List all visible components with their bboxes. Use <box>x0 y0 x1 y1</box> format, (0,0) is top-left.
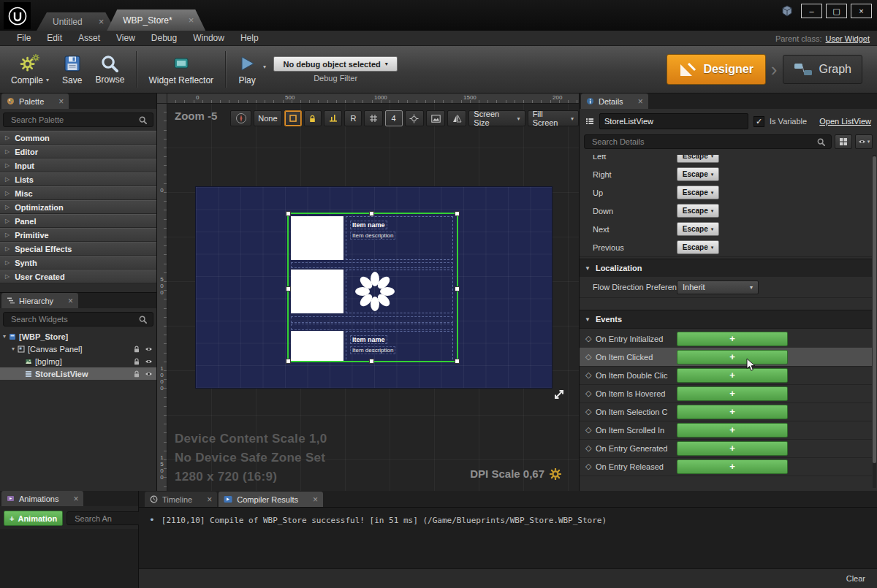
tab-wbp-store[interactable]: WBP_Store* × <box>107 9 205 31</box>
events-section-header[interactable]: ▼ Events <box>580 310 872 329</box>
menu-debug[interactable]: Debug <box>143 31 185 45</box>
palette-category[interactable]: ▷Optimization <box>0 200 156 214</box>
is-variable-checkbox[interactable] <box>753 116 764 127</box>
grid-snap-button[interactable] <box>364 110 382 126</box>
add-event-button[interactable]: + <box>677 423 788 438</box>
designer-mode-button[interactable]: Designer <box>667 54 765 85</box>
add-event-button[interactable]: + <box>677 459 788 474</box>
expander-icon[interactable]: ▾ <box>3 333 6 340</box>
resize-handle[interactable] <box>286 211 291 216</box>
tab-compiler-results[interactable]: Compiler Results × <box>219 492 323 507</box>
hierarchy-item-wbp-store[interactable]: ▾ [WBP_Store] <box>0 330 156 343</box>
lock-icon[interactable] <box>133 370 140 378</box>
browse-button[interactable]: Browse <box>88 53 131 87</box>
palette-category[interactable]: ▷Input <box>0 159 156 172</box>
details-property-list[interactable]: Left Escape▾ Right Escape▾ Up Escape▾ Do… <box>580 155 877 491</box>
close-icon[interactable]: × <box>68 297 73 305</box>
hierarchy-item-canvas-panel[interactable]: ▾ [Canvas Panel] <box>0 343 156 355</box>
escape-dropdown[interactable]: Escape▾ <box>677 222 719 236</box>
clear-button[interactable]: Clear <box>846 574 865 583</box>
grid-size-button[interactable]: 4 <box>385 110 403 126</box>
escape-dropdown[interactable]: Escape▾ <box>677 167 719 181</box>
search-input[interactable] <box>10 115 134 125</box>
animations-list-area[interactable] <box>0 529 138 588</box>
expander-icon[interactable]: ▷ <box>5 245 10 252</box>
escape-dropdown[interactable]: Escape▾ <box>677 204 719 218</box>
canvas-resize-icon[interactable] <box>553 389 565 400</box>
design-canvas[interactable]: Item name Item description Ite <box>196 187 552 388</box>
tab-untitled[interactable]: Untitled × <box>37 12 115 31</box>
escape-dropdown[interactable]: Escape▾ <box>677 155 719 163</box>
escape-dropdown[interactable]: Escape▾ <box>677 240 719 254</box>
chevron-down-icon[interactable]: ▾ <box>46 77 49 83</box>
resize-handle[interactable] <box>286 286 291 291</box>
compile-button[interactable]: Compile▾ <box>4 52 56 88</box>
play-options-chevron-icon[interactable]: ▾ <box>263 64 266 70</box>
tab-timeline[interactable]: Timeline × <box>145 492 217 507</box>
palette-category[interactable]: ▷User Created <box>0 270 156 283</box>
palette-category[interactable]: ▷Special Effects <box>0 242 156 256</box>
list-entry[interactable]: Item name Item description <box>291 216 453 260</box>
rotation-button[interactable]: R <box>344 110 362 126</box>
save-button[interactable]: Save <box>56 52 88 88</box>
snap-toggle-button[interactable] <box>324 110 342 126</box>
expander-icon[interactable]: ▷ <box>5 204 10 210</box>
anchor-button[interactable] <box>405 110 424 126</box>
property-matrix-button[interactable] <box>835 134 852 149</box>
lock-icon[interactable] <box>133 345 140 353</box>
resize-handle[interactable] <box>455 359 460 364</box>
outline-toggle-button[interactable] <box>284 110 302 126</box>
listview-selection[interactable]: Item name Item description Ite <box>287 213 458 362</box>
none-dropdown-button[interactable]: None <box>254 110 282 126</box>
flip-preview-button[interactable] <box>447 110 466 126</box>
play-button[interactable]: Play <box>231 52 263 88</box>
close-icon[interactable]: × <box>58 97 64 106</box>
flow-direction-dropdown[interactable]: Inherit ▾ <box>677 280 759 294</box>
close-icon[interactable]: × <box>638 97 643 106</box>
tab-details[interactable]: Details × <box>581 93 648 109</box>
compiler-results-body[interactable]: • [2110,10] Compile of WBP_Store success… <box>139 507 877 588</box>
dpi-settings-gear-icon[interactable] <box>550 468 561 480</box>
add-event-button[interactable]: + <box>677 350 788 364</box>
close-button[interactable]: × <box>851 4 872 18</box>
menu-help[interactable]: Help <box>232 31 267 45</box>
add-event-button[interactable]: + <box>677 332 788 346</box>
menu-view[interactable]: View <box>108 31 143 45</box>
hierarchy-item-storelistview[interactable]: StoreListView <box>0 367 156 380</box>
lock-icon[interactable] <box>133 358 140 365</box>
close-icon[interactable]: × <box>73 495 78 503</box>
close-icon[interactable]: × <box>99 17 105 26</box>
eye-icon[interactable] <box>145 358 153 365</box>
search-input[interactable] <box>10 314 134 324</box>
resize-handle[interactable] <box>286 359 291 364</box>
menu-edit[interactable]: Edit <box>39 31 70 45</box>
view-options-button[interactable]: ▾ <box>855 134 873 149</box>
graph-mode-button[interactable]: Graph <box>783 55 862 84</box>
expander-icon[interactable]: ▷ <box>5 190 10 196</box>
object-name-input[interactable] <box>599 113 748 129</box>
tab-hierarchy[interactable]: Hierarchy × <box>1 293 78 308</box>
search-input[interactable] <box>591 137 813 147</box>
close-icon[interactable]: × <box>207 495 212 504</box>
eye-icon[interactable] <box>145 370 153 378</box>
expander-icon[interactable]: ▷ <box>5 162 10 169</box>
expander-icon[interactable]: ▷ <box>5 273 10 280</box>
add-animation-button[interactable]: + Animation <box>4 511 63 526</box>
menu-file[interactable]: File <box>9 31 39 45</box>
close-icon[interactable]: × <box>189 15 194 25</box>
resize-handle[interactable] <box>455 286 460 291</box>
debug-object-dropdown[interactable]: No debug object selected ▾ <box>273 56 398 72</box>
close-icon[interactable]: × <box>313 495 318 504</box>
minimize-button[interactable]: – <box>801 4 822 18</box>
eye-icon[interactable] <box>145 345 153 353</box>
resize-handle[interactable] <box>455 211 460 216</box>
maximize-button[interactable]: ▢ <box>826 4 847 18</box>
palette-category[interactable]: ▷Synth <box>0 256 156 270</box>
add-event-button[interactable]: + <box>677 386 788 401</box>
expander-icon[interactable]: ▾ <box>12 345 15 352</box>
hierarchy-item-bgimg[interactable]: [bgImg] <box>0 355 156 367</box>
expander-icon[interactable]: ▼ <box>585 265 591 272</box>
menu-asset[interactable]: Asset <box>70 31 108 45</box>
expander-icon[interactable]: ▷ <box>5 232 10 238</box>
expander-icon[interactable]: ▷ <box>5 259 10 266</box>
